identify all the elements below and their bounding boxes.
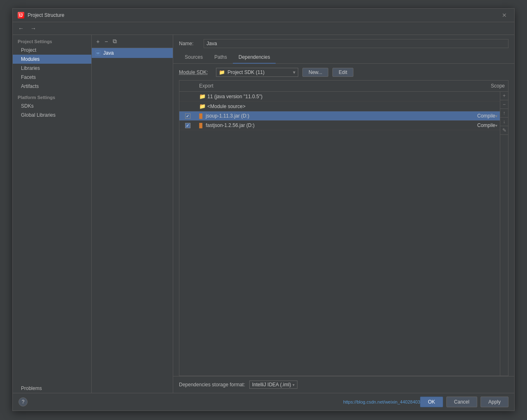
side-up-button[interactable]: ↑ [500, 109, 508, 118]
fastjson-scope-arrow: ▾ [495, 123, 497, 128]
col-export-label: Export [196, 82, 229, 90]
sidebar: Project Settings Project Modules Librari… [13, 35, 92, 393]
dependencies-table: Export Scope 📁 11 (java version "11.0.5"… [179, 80, 508, 376]
tab-paths[interactable]: Paths [209, 51, 233, 64]
sidebar-item-artifacts[interactable]: Artifacts [13, 82, 91, 91]
jsoup-checkbox[interactable] [185, 113, 190, 119]
title-bar: IJ Project Structure ✕ [13, 9, 514, 22]
sdk-folder-icon: 📁 [219, 69, 225, 75]
sdk-dropdown-arrow: ▾ [293, 69, 295, 75]
storage-format-label: Dependencies storage format: [179, 382, 245, 388]
deps-rows: 📁 11 (java version "11.0.5") 📁 <Module s… [179, 92, 500, 376]
module-toolbar: + − ⧉ [92, 35, 173, 48]
table-with-side: 📁 11 (java version "11.0.5") 📁 <Module s… [179, 92, 508, 376]
jsoup-scope-arrow: ▾ [495, 114, 497, 118]
fastjson-icon-col: ▐▌ [196, 123, 206, 128]
cancel-button[interactable]: Cancel [446, 397, 477, 407]
tab-sources[interactable]: Sources [179, 51, 209, 64]
module-list: M Java [92, 48, 173, 393]
sidebar-item-project[interactable]: Project [13, 46, 91, 55]
side-edit-button[interactable]: ✎ [500, 126, 508, 135]
fastjson-scope-col[interactable]: Compile ▾ [459, 122, 500, 128]
app-icon: IJ [18, 12, 24, 18]
help-button[interactable]: ? [19, 397, 28, 406]
jsoup-scope-col[interactable]: Compile ▾ [459, 113, 500, 119]
dialog-title: Project Structure [28, 12, 64, 18]
fastjson-scope-text: Compile [477, 122, 495, 128]
sidebar-item-global-libraries[interactable]: Global Libraries [13, 111, 91, 120]
module-icon: M [95, 50, 101, 56]
sdk-value: Project SDK (11) [228, 69, 265, 75]
project-settings-section-label: Project Settings [13, 35, 91, 46]
sdk-row-icon: 📁 [199, 93, 206, 99]
name-row: Name: [173, 35, 514, 51]
sdk-row-label: 11 (java version "11.0.5") [207, 94, 262, 99]
sdk-label: Module SDK: [179, 69, 212, 75]
module-sdk-row: Module SDK: 📁 Project SDK (11) ▾ New... … [173, 64, 514, 80]
deps-table-header: Export Scope [179, 81, 508, 92]
tabs-row: Sources Paths Dependencies [173, 51, 514, 64]
col-name-label [229, 82, 467, 90]
dep-row-module-source: 📁 <Module source> [179, 102, 500, 111]
storage-dropdown-arrow: ▾ [293, 383, 295, 387]
jsoup-check-col [179, 113, 196, 119]
side-down-button[interactable]: ↓ [500, 118, 508, 126]
footer-right: OK Cancel Apply [420, 397, 508, 407]
tab-dependencies[interactable]: Dependencies [233, 51, 276, 64]
side-add-button[interactable]: + [500, 92, 508, 100]
side-remove-button[interactable]: − [500, 100, 508, 109]
storage-format-row: Dependencies storage format: IntelliJ ID… [173, 376, 514, 393]
dep-row-sdk: 📁 11 (java version "11.0.5") [179, 92, 500, 102]
dep-row-fastjson[interactable]: ▐▌ fastjson-1.2.56.jar (D:) Compile ▾ [179, 121, 500, 130]
module-list-item-java[interactable]: M Java [92, 48, 173, 58]
remove-module-button[interactable]: − [102, 37, 110, 46]
forward-button[interactable]: → [28, 24, 38, 33]
side-buttons: + − ↑ ↓ ✎ [500, 92, 508, 376]
sidebar-item-facets[interactable]: Facets [13, 73, 91, 82]
sidebar-item-modules[interactable]: Modules [13, 55, 91, 64]
jsoup-scope-text: Compile [477, 113, 495, 119]
footer-left: ? [19, 397, 28, 406]
module-src-icon: 📁 [199, 103, 206, 109]
fastjson-check-col [179, 123, 196, 128]
name-input[interactable] [204, 39, 508, 48]
name-label: Name: [179, 41, 200, 46]
platform-settings-section-label: Platform Settings [13, 91, 91, 102]
svg-text:M: M [97, 51, 100, 55]
fastjson-name: fastjson-1.2.56.jar (D:) [206, 122, 459, 128]
footer-link: https://blog.csdn.net/weixin_44028403 [343, 399, 420, 404]
jsoup-name: jsoup-1.11.3.jar (D:) [206, 113, 459, 119]
add-module-button[interactable]: + [94, 37, 102, 46]
col-scope-label: Scope [467, 82, 508, 90]
fastjson-jar-icon: ▐▌ [197, 123, 204, 128]
back-button[interactable]: ← [16, 24, 26, 33]
sdk-dropdown-container[interactable]: 📁 Project SDK (11) ▾ [216, 68, 298, 77]
sidebar-item-problems[interactable]: Problems [13, 384, 91, 393]
module-panel: + − ⧉ M Java [92, 35, 173, 393]
fastjson-checkbox[interactable] [185, 123, 190, 128]
copy-module-button[interactable]: ⧉ [111, 37, 119, 46]
sidebar-item-sdks[interactable]: SDKs [13, 102, 91, 111]
footer: ? https://blog.csdn.net/weixin_44028403 … [13, 393, 514, 411]
new-sdk-button[interactable]: New... [302, 68, 328, 77]
jsoup-icon-col: ▐▌ [196, 113, 206, 118]
sidebar-item-libraries[interactable]: Libraries [13, 64, 91, 73]
main-content: Name: Sources Paths Dependencies Module … [173, 35, 514, 393]
dep-row-jsoup[interactable]: ▐▌ jsoup-1.11.3.jar (D:) Compile ▾ [179, 111, 500, 121]
close-button[interactable]: ✕ [499, 11, 509, 19]
jsoup-jar-icon: ▐▌ [197, 113, 204, 118]
ok-button[interactable]: OK [420, 397, 443, 407]
edit-sdk-button[interactable]: Edit [332, 68, 353, 77]
storage-select-wrap[interactable]: IntelliJ IDEA (.iml) ▾ [249, 381, 298, 389]
apply-button[interactable]: Apply [481, 397, 508, 407]
storage-selected-value: IntelliJ IDEA (.iml) [252, 382, 291, 388]
module-src-label: <Module source> [207, 104, 246, 109]
